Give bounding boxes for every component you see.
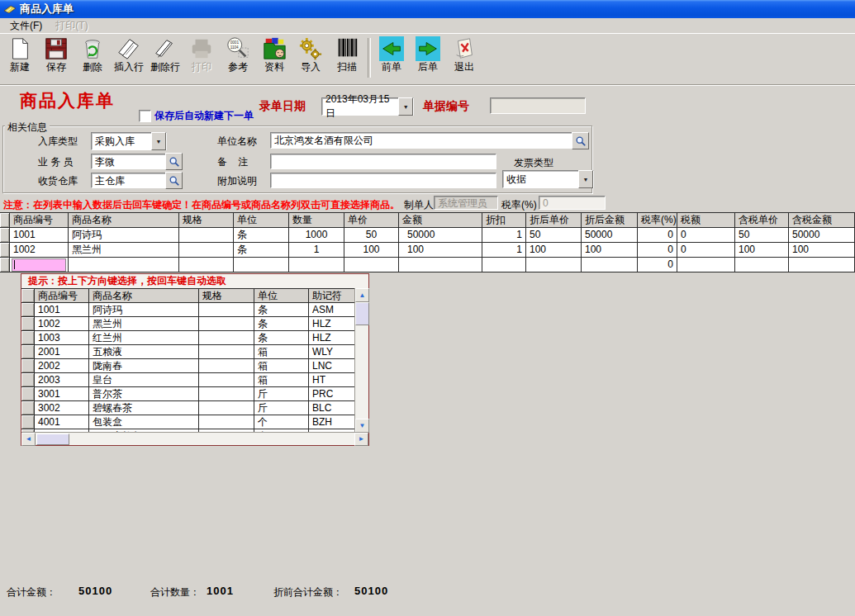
salesman-lookup-button[interactable] xyxy=(165,153,183,170)
grid-cell[interactable] xyxy=(179,258,234,272)
toolbar-exit-button[interactable]: 退出 xyxy=(446,35,482,83)
vscroll-thumb[interactable] xyxy=(355,302,369,325)
grid-cell[interactable] xyxy=(179,228,234,243)
grid-cell[interactable] xyxy=(399,258,482,272)
toolbar-separator xyxy=(368,38,371,78)
grid-cell[interactable] xyxy=(789,258,855,272)
insert-row-icon xyxy=(116,36,141,61)
grid-edit-input[interactable] xyxy=(12,258,66,272)
product-list-column-header: 助记符 xyxy=(309,289,355,303)
product-list-row[interactable]: 1001阿诗玛条ASM xyxy=(21,303,355,317)
toolbar-import-button[interactable]: 导入 xyxy=(292,35,329,83)
grid-cell[interactable] xyxy=(735,258,789,272)
grid-cell[interactable]: 1001 xyxy=(10,228,69,243)
product-list-row[interactable]: 4001包装盒个BZH xyxy=(21,415,355,429)
horizontal-scrollbar[interactable]: ◄ ► xyxy=(21,432,368,445)
grid-cell[interactable]: 0 xyxy=(638,228,677,243)
grid-cell[interactable]: 条 xyxy=(234,243,289,258)
grid-cell[interactable]: 1 xyxy=(482,228,526,243)
grid-cell[interactable] xyxy=(482,258,526,272)
product-list-cell xyxy=(199,401,254,415)
grid-cell[interactable]: 50000 xyxy=(399,228,482,243)
grid-cell[interactable] xyxy=(582,258,638,272)
unit-lookup-button[interactable] xyxy=(572,132,589,149)
vertical-scrollbar[interactable]: ▲ ▼ xyxy=(354,288,368,433)
grid-cell[interactable]: 100 xyxy=(399,243,482,258)
toolbar-reference-button[interactable]: 00011104参考 xyxy=(220,35,256,83)
grid-cell[interactable] xyxy=(179,243,234,258)
scroll-left-icon[interactable]: ◄ xyxy=(21,433,36,446)
print-icon xyxy=(189,36,214,61)
new-icon xyxy=(7,36,32,61)
grid-edit-cell[interactable] xyxy=(10,258,69,272)
grid-cell[interactable]: 100 xyxy=(789,243,855,258)
product-list-row[interactable]: 1003红兰州条HLZ xyxy=(21,331,355,345)
invoice-type-combo[interactable]: 收据 ▼ xyxy=(502,170,594,188)
product-list-cell: HLZ xyxy=(309,317,355,331)
grid-cell[interactable]: 阿诗玛 xyxy=(69,228,179,243)
toolbar-scan-button[interactable]: 扫描 xyxy=(329,35,365,83)
grid-cell[interactable]: 1 xyxy=(482,243,526,258)
grid-cell[interactable]: 50 xyxy=(526,228,582,243)
product-list-row[interactable]: 2003皇台箱HT xyxy=(21,373,355,387)
unit-name-input[interactable]: 北京鸿发名酒有限公司 xyxy=(270,132,577,149)
grid-cell[interactable]: 50 xyxy=(735,228,789,243)
grid-cell[interactable] xyxy=(234,258,289,272)
grid-cell[interactable]: 条 xyxy=(234,228,289,243)
chevron-down-icon[interactable]: ▼ xyxy=(578,170,593,188)
toolbar-new-button[interactable]: 新建 xyxy=(2,35,38,83)
product-list-column-header: 单位 xyxy=(254,289,309,303)
grid-cell[interactable]: 0 xyxy=(638,243,677,258)
grid-cell[interactable] xyxy=(677,258,735,272)
toolbar-save-button[interactable]: 保存 xyxy=(38,35,74,83)
grid-cell[interactable]: 100 xyxy=(344,243,399,258)
product-list-row[interactable]: 3001普尔茶斤PRC xyxy=(21,387,355,401)
hscroll-thumb[interactable] xyxy=(36,434,69,445)
scroll-down-icon[interactable]: ▼ xyxy=(355,419,369,433)
grid-cell[interactable]: 100 xyxy=(582,243,638,258)
menu-file[interactable]: 文件(F) xyxy=(3,18,49,34)
grid-cell[interactable] xyxy=(69,258,179,272)
extra-input[interactable] xyxy=(270,173,496,188)
grid-cell[interactable]: 50000 xyxy=(582,228,638,243)
toolbar-data-button[interactable]: 资料 xyxy=(256,35,292,83)
grid-cell[interactable]: 100 xyxy=(735,243,789,258)
scroll-up-icon[interactable]: ▲ xyxy=(355,288,369,302)
toolbar-next-button[interactable]: 后单 xyxy=(410,35,446,83)
toolbar-prev-button[interactable]: 前单 xyxy=(373,35,410,83)
stockin-type-combo[interactable]: 采购入库 ▼ xyxy=(91,132,167,150)
product-list-row[interactable]: 2002陇南春箱LNC xyxy=(21,359,355,373)
product-list-cell: 1003 xyxy=(35,331,89,345)
grid-cell[interactable]: 1000 xyxy=(289,228,344,243)
product-row-indicator xyxy=(21,317,35,331)
salesman-input[interactable]: 李微 xyxy=(91,154,170,169)
grid-cell[interactable]: 50000 xyxy=(789,228,855,243)
grid-cell[interactable] xyxy=(289,258,344,272)
warehouse-lookup-button[interactable] xyxy=(165,172,183,189)
grid-cell[interactable]: 1 xyxy=(289,243,344,258)
chevron-down-icon[interactable]: ▼ xyxy=(151,132,166,150)
warehouse-input[interactable]: 主仓库 xyxy=(91,173,170,188)
menu-print: 打印(T) xyxy=(49,18,94,34)
grid-cell[interactable]: 50 xyxy=(344,228,399,243)
remark-input[interactable] xyxy=(270,154,496,169)
product-list-row[interactable]: 3002碧螺春茶斤BLC xyxy=(21,401,355,415)
grid-cell[interactable]: 0 xyxy=(638,258,677,272)
grid-cell[interactable]: 0 xyxy=(677,228,735,243)
auto-new-checkbox[interactable] xyxy=(139,110,151,122)
toolbar-delete-row-button[interactable]: 删除行 xyxy=(147,35,183,83)
scroll-right-icon[interactable]: ► xyxy=(354,433,368,446)
grid-cell[interactable]: 1002 xyxy=(10,243,69,258)
toolbar-insert-row-button[interactable]: 插入行 xyxy=(111,35,147,83)
date-combo[interactable]: 2013年03月15日 ▼ xyxy=(321,97,414,116)
product-list-column-header: 商品名称 xyxy=(89,289,199,303)
grid-cell[interactable] xyxy=(526,258,582,272)
toolbar-delete-button[interactable]: 删除 xyxy=(74,35,111,83)
grid-cell[interactable]: 100 xyxy=(526,243,582,258)
product-list-row[interactable]: 1002黑兰州条HLZ xyxy=(21,317,355,331)
grid-cell[interactable]: 黑兰州 xyxy=(69,243,179,258)
grid-cell[interactable]: 0 xyxy=(677,243,735,258)
chevron-down-icon[interactable]: ▼ xyxy=(398,97,413,116)
product-list-row[interactable]: 2001五粮液箱WLY xyxy=(21,345,355,359)
grid-cell[interactable] xyxy=(344,258,399,272)
